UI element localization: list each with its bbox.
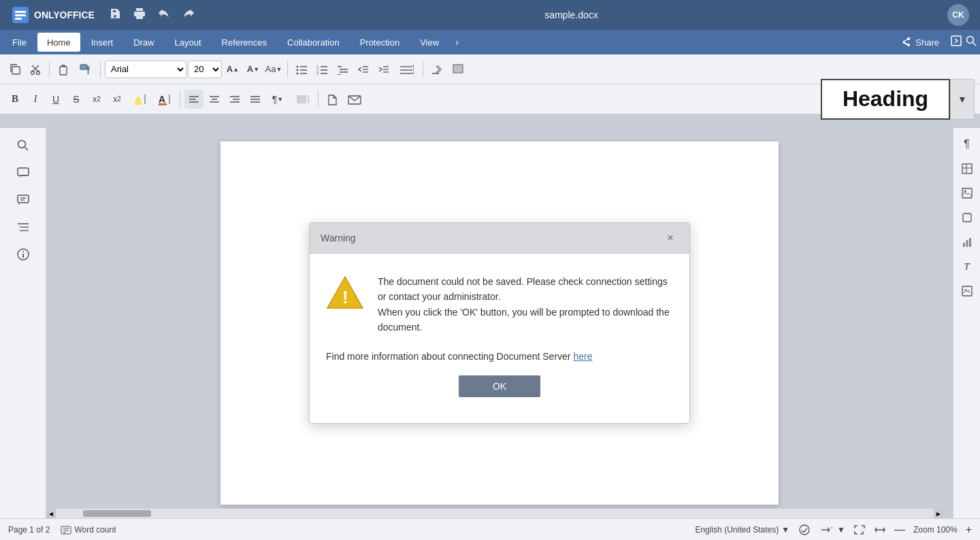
signature-btn[interactable] [956, 280, 978, 302]
align-center-btn[interactable] [205, 90, 224, 109]
paste-btn[interactable] [54, 60, 73, 79]
spell-check-btn[interactable] [798, 524, 811, 535]
status-bar: Page 1 of 2 Word count English (United S… [0, 518, 980, 540]
sep1 [49, 61, 50, 78]
strikethrough-btn[interactable]: S [67, 90, 86, 109]
superscript-btn[interactable]: x2 [87, 90, 106, 109]
menu-bar: File Home Insert Draw Layout References … [0, 30, 980, 54]
line-spacing-btn[interactable] [394, 60, 419, 79]
sidebar-search-btn[interactable] [11, 133, 35, 158]
svg-rect-1 [15, 11, 26, 13]
paragraph-settings-btn[interactable]: ¶ [956, 133, 978, 155]
svg-point-65 [18, 141, 25, 148]
title-bar-right: CK [947, 4, 969, 26]
status-left: Page 1 of 2 Word count [8, 524, 116, 535]
text-art-btn[interactable]: T [956, 256, 978, 277]
save-tool-btn[interactable] [108, 7, 122, 24]
word-count-btn[interactable]: Word count [61, 524, 116, 535]
copy-style-btn[interactable] [323, 90, 342, 109]
menu-draw[interactable]: Draw [124, 33, 163, 52]
increase-indent-btn[interactable] [374, 60, 393, 79]
svg-point-81 [964, 190, 966, 192]
font-color-btn[interactable]: A▼ [152, 90, 176, 109]
copy-btn[interactable] [5, 60, 24, 79]
decrease-indent-btn[interactable] [353, 60, 372, 79]
bullet-list-btn[interactable] [292, 60, 311, 79]
svg-rect-41 [135, 103, 142, 105]
format-painter-btn[interactable] [74, 60, 96, 79]
menu-more-btn[interactable]: › [450, 34, 464, 50]
style-selector-group: Heading ▼ [821, 79, 975, 120]
fit-page-btn[interactable] [853, 524, 866, 535]
paragraph-shading-btn[interactable]: ▼ [291, 90, 314, 109]
sidebar-chat-btn[interactable] [11, 188, 35, 212]
image-settings-btn[interactable] [956, 182, 978, 204]
svg-point-76 [22, 251, 24, 252]
language-btn[interactable]: English (United States) ▼ [695, 525, 789, 535]
sidebar-info-btn[interactable] [11, 242, 35, 267]
svg-text:▼: ▼ [146, 97, 146, 102]
svg-rect-2 [15, 14, 26, 16]
style-display[interactable]: Heading [821, 79, 950, 120]
content-area: Warning × ! The document could not be sa… [46, 128, 953, 518]
justify-btn[interactable] [246, 90, 265, 109]
cut-btn[interactable] [26, 60, 45, 79]
numbered-list-btn[interactable]: 1.2.3. [312, 60, 331, 79]
menu-collaboration[interactable]: Collaboration [278, 33, 349, 52]
menu-home[interactable]: Home [37, 33, 80, 52]
dialog-here-link[interactable]: here [573, 351, 592, 362]
shape-settings-btn[interactable] [956, 207, 978, 229]
dialog-content: ! The document could not be saved. Pleas… [326, 274, 673, 335]
highlight-color-btn[interactable]: ▼ [128, 90, 151, 109]
zoom-in-btn[interactable]: + [966, 524, 972, 536]
search-header-btn[interactable] [965, 35, 977, 50]
open-location-icon [950, 35, 962, 47]
paragraph-marks-btn[interactable]: ¶▼ [266, 90, 289, 109]
font-increase-btn[interactable]: A▲ [223, 60, 242, 79]
underline-btn[interactable]: U [46, 90, 65, 109]
multilevel-list-btn[interactable] [333, 60, 352, 79]
menu-view[interactable]: View [410, 33, 448, 52]
italic-btn[interactable]: I [26, 90, 45, 109]
zoom-out-btn[interactable]: — [894, 524, 905, 536]
chart-settings-btn[interactable] [956, 231, 978, 253]
menu-protection[interactable]: Protection [350, 33, 410, 52]
font-family-select[interactable]: Arial [105, 61, 186, 78]
redo-tool-btn[interactable] [182, 7, 195, 24]
menu-layout[interactable]: Layout [165, 33, 211, 52]
font-size-select[interactable]: 20 [188, 61, 222, 78]
menu-right: Share [892, 34, 977, 50]
dialog-close-btn[interactable]: × [662, 230, 679, 246]
bold-btn[interactable]: B [5, 90, 24, 109]
menu-file[interactable]: File [3, 33, 36, 52]
menu-references[interactable]: References [212, 33, 276, 52]
sidebar-comment-btn[interactable] [11, 161, 35, 185]
style-dropdown-btn[interactable]: ▼ [950, 79, 975, 120]
sidebar-navigation-btn[interactable] [11, 215, 35, 239]
font-decrease-btn[interactable]: A▼ [244, 60, 263, 79]
fit-width-btn[interactable] [874, 524, 886, 535]
clear-format-btn[interactable] [427, 60, 446, 79]
svg-rect-7 [12, 67, 20, 74]
shading-btn[interactable] [448, 60, 470, 79]
track-changes-btn[interactable]: ▼ [819, 524, 845, 535]
align-right-btn[interactable] [225, 90, 244, 109]
share-btn[interactable]: Share [892, 34, 947, 50]
svg-rect-83 [963, 243, 965, 247]
svg-rect-45 [159, 103, 167, 105]
open-location-btn[interactable] [950, 35, 962, 50]
mail-merge-btn[interactable]: ▼ [343, 90, 366, 109]
dialog-message: The document could not be saved. Please … [378, 274, 673, 335]
svg-text:▼: ▼ [170, 97, 171, 102]
dialog-ok-btn[interactable]: OK [459, 375, 540, 397]
document-title: sample.docx [544, 10, 598, 20]
align-left-btn[interactable] [184, 90, 203, 109]
subscript-btn[interactable]: x2 [108, 90, 127, 109]
table-settings-btn[interactable] [956, 158, 978, 180]
undo-tool-btn[interactable] [157, 7, 171, 24]
print-tool-btn[interactable] [133, 7, 146, 24]
menu-insert[interactable]: Insert [82, 33, 123, 52]
svg-text:!: ! [342, 287, 348, 307]
user-avatar[interactable]: CK [947, 4, 969, 26]
change-case-btn[interactable]: Aa▼ [264, 60, 283, 79]
